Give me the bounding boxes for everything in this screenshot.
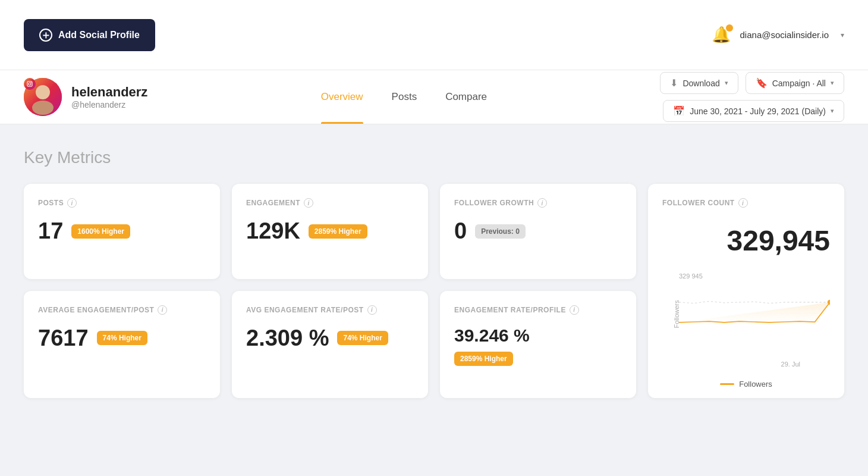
- metric-label-follower-growth: FOLLOWER GROWTH i: [454, 198, 622, 208]
- metric-badge-engagement: 2859% Higher: [309, 224, 367, 239]
- metric-value-avg-engagement: 7617: [38, 325, 89, 351]
- svg-point-5: [31, 82, 32, 83]
- section-title: Key Metrics: [24, 148, 844, 167]
- profile-left: helenanderz @helenanderz: [24, 78, 147, 116]
- profile-info: helenanderz @helenanderz: [71, 84, 147, 109]
- info-icon-engagement[interactable]: i: [304, 198, 313, 208]
- plus-icon: ＋: [39, 29, 52, 42]
- legend-label: Followers: [739, 380, 772, 389]
- metric-value-row-avg-engagement-rate: 2.309 % 74% Higher: [246, 325, 414, 351]
- metric-badge-engagement-rate-profile: 2859% Higher: [454, 352, 513, 366]
- add-social-profile-button[interactable]: ＋ Add Social Profile: [24, 19, 155, 51]
- metric-value-avg-engagement-rate: 2.309 %: [246, 325, 329, 351]
- tab-compare[interactable]: Compare: [431, 70, 501, 124]
- action-row-2: 📅 June 30, 2021 - July 29, 2021 (Daily) …: [663, 100, 844, 122]
- svg-rect-3: [27, 82, 32, 86]
- user-email: diana@socialinsider.io: [740, 30, 829, 40]
- metric-label-follower-count: FOLLOWER COUNT i: [662, 198, 830, 208]
- campaign-button[interactable]: 🔖 Campaign · All ▾: [746, 72, 844, 94]
- legend-line: [720, 383, 734, 385]
- profile-name: helenanderz: [71, 84, 147, 100]
- info-icon-follower-growth[interactable]: i: [537, 198, 547, 208]
- add-profile-label: Add Social Profile: [58, 30, 140, 40]
- campaign-label: Campaign · All: [772, 79, 826, 88]
- download-label: Download: [683, 79, 719, 88]
- profile-bar: helenanderz @helenanderz Overview Posts …: [0, 70, 868, 124]
- info-icon-avg-engagement-rate[interactable]: i: [367, 305, 377, 315]
- metric-card-engagement: ENGAGEMENT i 129K 2859% Higher: [232, 184, 428, 279]
- topbar-right: 🔔 diana@socialinsider.io ▾: [712, 26, 844, 44]
- metric-value-follower-growth: 0: [454, 218, 467, 244]
- campaign-dropdown-arrow: ▾: [831, 79, 834, 87]
- metric-label-avg-engagement: AVERAGE ENGAGEMENT/POST i: [38, 305, 206, 315]
- date-range-button[interactable]: 📅 June 30, 2021 - July 29, 2021 (Daily) …: [663, 100, 844, 122]
- metric-card-engagement-rate-profile: ENGAGEMENT RATE/PROFILE i 39.246 % 2859%…: [440, 291, 636, 399]
- topbar: ＋ Add Social Profile 🔔 diana@socialinsid…: [0, 0, 868, 70]
- metric-card-follower-count: FOLLOWER COUNT i 329,945 Followers 329 9…: [648, 184, 844, 398]
- chart-line-value: 329 945: [679, 273, 703, 280]
- metric-value-row-posts: 17 1600% Higher: [38, 218, 206, 244]
- download-icon: ⬇: [670, 77, 678, 89]
- metric-badge-follower-growth: Previous: 0: [475, 224, 526, 239]
- user-dropdown-arrow[interactable]: ▾: [841, 31, 844, 39]
- date-range-label: June 30, 2021 - July 29, 2021 (Daily): [690, 107, 826, 116]
- main-content: Key Metrics POSTS i 17 1600% Higher ENGA…: [0, 124, 868, 422]
- chart-inner: 329 945 29. J: [679, 267, 830, 356]
- svg-point-4: [29, 83, 31, 85]
- info-icon-posts[interactable]: i: [67, 198, 77, 208]
- info-icon-engagement-rate-profile[interactable]: i: [570, 305, 579, 315]
- chart-legend: Followers: [662, 380, 830, 389]
- profile-handle: @helenanderz: [71, 100, 147, 109]
- metric-value-engagement-rate-profile: 39.246 %: [454, 325, 530, 346]
- chart-x-label: 29. Jul: [781, 361, 800, 368]
- metrics-grid: POSTS i 17 1600% Higher ENGAGEMENT i 129…: [24, 184, 844, 398]
- download-dropdown-arrow: ▾: [725, 79, 728, 87]
- tab-overview[interactable]: Overview: [307, 70, 378, 124]
- profile-avatar-wrap: [24, 78, 62, 116]
- metric-badge-posts: 1600% Higher: [71, 224, 130, 239]
- metric-label-engagement-rate-profile: ENGAGEMENT RATE/PROFILE i: [454, 305, 622, 315]
- metric-value-engagement: 129K: [246, 218, 300, 244]
- svg-point-2: [32, 101, 54, 115]
- metric-label-avg-engagement-rate: AVG ENGAGEMENT RATE/POST i: [246, 305, 414, 315]
- follower-chart-area: Followers 329 945: [662, 267, 830, 362]
- metric-label-posts: POSTS i: [38, 198, 206, 208]
- follower-count-value: 329,945: [662, 224, 830, 257]
- metric-value-row-engagement: 129K 2859% Higher: [246, 218, 414, 244]
- tab-posts[interactable]: Posts: [378, 70, 432, 124]
- metric-badge-avg-engagement: 74% Higher: [97, 331, 147, 345]
- action-row-1: ⬇ Download ▾ 🔖 Campaign · All ▾: [660, 72, 844, 94]
- instagram-badge: [24, 78, 36, 90]
- metric-card-posts: POSTS i 17 1600% Higher: [24, 184, 220, 279]
- metric-value-row-engagement-rate-profile: 39.246 %: [454, 325, 622, 346]
- campaign-icon: 🔖: [756, 77, 768, 89]
- metric-card-avg-engagement-rate: AVG ENGAGEMENT RATE/POST i 2.309 % 74% H…: [232, 291, 428, 399]
- notification-badge: [726, 24, 733, 32]
- metric-value-row-follower-growth: 0 Previous: 0: [454, 218, 622, 244]
- profile-actions: ⬇ Download ▾ 🔖 Campaign · All ▾ 📅 June 3…: [660, 72, 844, 122]
- metric-value-row-avg-engagement: 7617 74% Higher: [38, 325, 206, 351]
- calendar-icon: 📅: [673, 105, 685, 117]
- profile-nav: Overview Posts Compare: [307, 70, 501, 124]
- metric-label-engagement: ENGAGEMENT i: [246, 198, 414, 208]
- download-button[interactable]: ⬇ Download ▾: [660, 72, 738, 94]
- notification-bell[interactable]: 🔔: [712, 26, 731, 44]
- info-icon-follower-count[interactable]: i: [738, 198, 748, 208]
- metric-card-follower-growth: FOLLOWER GROWTH i 0 Previous: 0: [440, 184, 636, 279]
- metric-badge-avg-engagement-rate: 74% Higher: [337, 331, 388, 345]
- svg-point-1: [36, 85, 50, 99]
- info-icon-avg-engagement[interactable]: i: [158, 305, 167, 315]
- metric-value-posts: 17: [38, 218, 63, 244]
- metric-card-avg-engagement: AVERAGE ENGAGEMENT/POST i 7617 74% Highe…: [24, 291, 220, 399]
- metric-badge-row-engagement-rate-profile: 2859% Higher: [454, 353, 622, 364]
- date-dropdown-arrow: ▾: [831, 107, 834, 115]
